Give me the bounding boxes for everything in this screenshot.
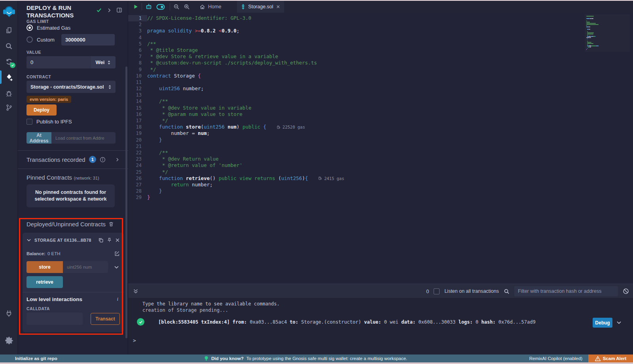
at-address-button[interactable]: At Address (27, 132, 51, 144)
code-line: 4 (128, 34, 633, 41)
close-icon[interactable] (115, 238, 120, 243)
copy-icon[interactable] (98, 237, 104, 243)
tab-storage-sol[interactable]: Storage.sol (237, 1, 284, 13)
zoom-in-icon[interactable] (184, 4, 190, 10)
code-line: 26 function retrieve() public view retur… (128, 175, 633, 182)
transactions-recorded-row[interactable]: Transactions recorded 1 (27, 156, 123, 163)
terminal-prompt[interactable]: > (133, 337, 136, 343)
close-tab-icon[interactable] (276, 5, 280, 9)
transaction-log-row[interactable]: [block:5583405 txIndex:4] from: 0xa03...… (137, 317, 627, 327)
info-i-icon[interactable]: i (117, 296, 118, 302)
scam-alert-badge[interactable]: Scam Alert (588, 355, 633, 362)
terminal-line: creation of Storage pending... (142, 307, 228, 313)
value-label: VALUE (27, 50, 41, 55)
run-script-play-icon[interactable] (133, 4, 138, 9)
search-terminal-icon[interactable] (504, 288, 510, 294)
code-line: 14 /** (128, 98, 633, 104)
value-input[interactable] (27, 56, 91, 68)
pin-icon[interactable] (107, 237, 112, 243)
code-editor[interactable]: 1// SPDX-License-Identifier: GPL-3.023pr… (128, 13, 633, 284)
git-icon[interactable] (0, 100, 18, 115)
gas-estimate-annotation: 22520 gas (277, 124, 305, 130)
at-address-control: At Address (27, 132, 116, 144)
line-number: 10 (128, 73, 147, 79)
clear-terminal-icon[interactable] (623, 288, 629, 294)
code-line: 9 */ (128, 66, 633, 73)
code-line: 28 } (128, 188, 633, 194)
evm-version-badge: evm version: paris (27, 96, 71, 103)
retrieve-button[interactable]: retrieve (27, 276, 63, 288)
pin-panel-chevron-icon[interactable] (107, 8, 112, 13)
calldata-input[interactable] (27, 313, 83, 325)
line-number: 5 (128, 41, 147, 47)
edit-icon[interactable] (114, 251, 120, 256)
solidity-compiler-icon[interactable] (0, 55, 18, 69)
debug-button[interactable]: Debug (593, 318, 612, 328)
copilot-toggle-icon[interactable] (156, 4, 165, 10)
expand-args-chevron-icon[interactable] (114, 265, 119, 270)
balance-row: Balance: 0 ETH (27, 251, 120, 256)
terminal-header: 0 Listen on all transactions (128, 284, 633, 298)
deploy-run-icon[interactable] (0, 70, 18, 85)
panel-check-icon (96, 7, 102, 13)
code-lines: 1// SPDX-License-Identifier: GPL-3.023pr… (128, 13, 633, 201)
radio-off-icon[interactable] (27, 36, 33, 43)
split-panel-icon[interactable] (116, 7, 122, 13)
terminal-output[interactable]: Type the library name to see available c… (128, 298, 633, 355)
warning-triangle-icon (595, 356, 601, 361)
line-number: 15 (128, 105, 147, 111)
line-number: 22 (128, 150, 147, 156)
updown-arrows-icon (107, 60, 111, 65)
panel-scrollbar[interactable] (125, 66, 127, 338)
editor-minimap[interactable] (585, 14, 630, 52)
publish-ipfs-row[interactable]: Publish to IPFS (27, 119, 72, 125)
ai-robot-icon[interactable] (145, 3, 152, 10)
estimated-gas-radio[interactable]: Estimated Gas (27, 25, 70, 31)
tab-home[interactable]: Home (195, 1, 225, 13)
transact-button[interactable]: Transact (91, 313, 120, 325)
contract-instance-header[interactable]: STORAGE AT 0X136...8B78 (27, 237, 120, 243)
listen-checkbox[interactable] (434, 288, 440, 294)
calldata-label: CALLDATA (27, 306, 50, 311)
line-number: 1 (128, 15, 147, 21)
line-number: 27 (128, 182, 147, 188)
code-line: 12 uint256 number; (128, 85, 633, 92)
plugin-manager-icon[interactable] (0, 306, 18, 320)
radio-on-icon[interactable] (27, 25, 33, 31)
store-row: store (27, 261, 120, 273)
store-arg-input[interactable] (63, 261, 108, 273)
expand-chevron-icon[interactable] (115, 157, 119, 162)
window-bottom-edge (0, 362, 633, 364)
at-address-input[interactable] (51, 132, 116, 144)
code-line: 6 * @title Storage (128, 47, 633, 53)
tx-expand-chevron-icon[interactable] (616, 320, 622, 325)
contract-select[interactable]: Storage - contracts/Storage.sol (27, 81, 116, 93)
store-button[interactable]: store (27, 261, 63, 273)
transactions-count-badge: 1 (89, 156, 96, 163)
line-number: 17 (128, 118, 147, 124)
line-number: 9 (128, 66, 147, 73)
git-init-status[interactable]: Initialize as git repo (15, 356, 57, 361)
info-icon[interactable] (100, 157, 106, 163)
deploy-button[interactable]: Deploy (27, 104, 57, 116)
value-control: Wei (27, 56, 116, 68)
settings-gear-icon[interactable] (0, 333, 18, 347)
trash-icon[interactable] (108, 221, 114, 227)
gas-limit-label: GAS LIMIT (27, 19, 49, 24)
updown-arrows-icon (108, 85, 112, 89)
custom-gas-radio[interactable]: Custom (27, 36, 55, 43)
remix-logo-icon[interactable] (0, 4, 18, 20)
custom-gas-input[interactable] (61, 34, 115, 46)
file-explorer-icon[interactable] (0, 23, 18, 37)
search-icon[interactable] (0, 39, 18, 53)
value-unit-select[interactable]: Wei (91, 56, 116, 68)
zoom-out-icon[interactable] (173, 4, 180, 10)
terminal-filter-input[interactable] (514, 286, 618, 296)
publish-checkbox[interactable] (27, 119, 32, 125)
collapse-terminal-icon[interactable] (133, 288, 138, 294)
chevron-down-icon[interactable] (27, 238, 31, 243)
debugger-icon[interactable] (0, 86, 18, 100)
copilot-status[interactable]: RemixAI Copilot (enabled) (529, 356, 582, 361)
tx-success-icon (137, 318, 144, 326)
compile-success-badge (10, 63, 15, 68)
